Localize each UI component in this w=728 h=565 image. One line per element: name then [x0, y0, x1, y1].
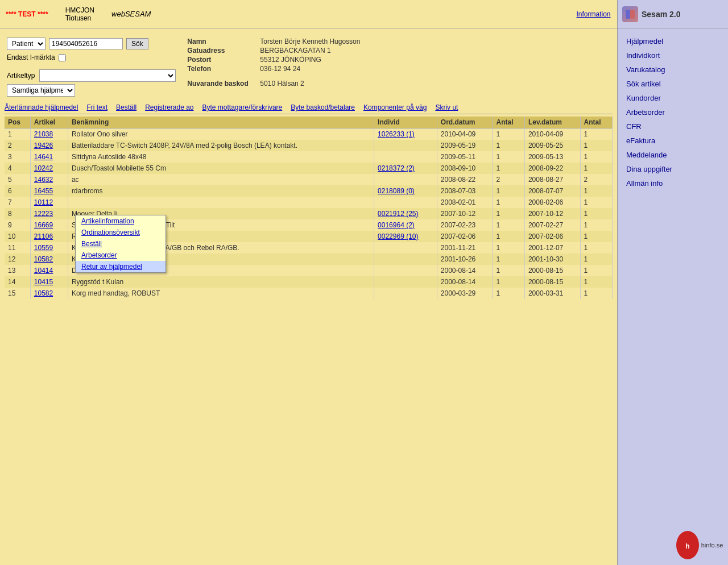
fri-text-link[interactable]: Fri text [86, 103, 107, 111]
bestall-link[interactable]: Beställ [116, 103, 136, 111]
table-cell[interactable]: 14641 [30, 151, 68, 163]
col-benamning: Benämning [68, 117, 374, 128]
table-cell: 2008-08-27 [524, 174, 580, 185]
artikel-link[interactable]: 10582 [34, 289, 53, 297]
table-cell: 2007-10-12 [437, 208, 493, 219]
table-cell: Korg med handtag, ROBUST [68, 288, 374, 299]
patient-select[interactable]: Patient [7, 38, 46, 50]
table-cell: 1 [580, 242, 612, 254]
header-row: Pos Artikel Benämning Individ Ord.datum … [5, 117, 613, 128]
artikel-link[interactable]: 10112 [34, 198, 53, 206]
ctx-ordinationsoversikt[interactable]: Ordinationsöversikt [76, 227, 166, 238]
postort-label: Postort [187, 56, 255, 64]
patient-row: Patient Sök [7, 38, 176, 50]
sidebar-item-individkort[interactable]: Individkort [618, 48, 728, 63]
sidebar-item-hjalpmedel[interactable]: Hjälpmedel [618, 34, 728, 48]
sidebar-item-sok-artikel[interactable]: Sök artikel [618, 77, 728, 91]
hjalpmedel-select[interactable]: Samtliga hjälpmedel [7, 84, 75, 97]
ctx-bestall[interactable]: Beställ [76, 238, 166, 250]
table-cell[interactable]: 10582 [30, 288, 68, 299]
ctx-arbetsorder[interactable]: Arbetsorder [76, 250, 166, 261]
patient-id-input[interactable] [49, 38, 123, 49]
table-cell[interactable]: 10559 [30, 242, 68, 254]
table-cell: 1 [493, 208, 524, 219]
sidebar-item-allman-info[interactable]: Allmän info [618, 176, 728, 190]
col-artikel: Artikel [30, 117, 68, 128]
table-cell[interactable]: 10582 [30, 254, 68, 265]
artikel-link[interactable]: 14641 [34, 153, 53, 161]
table-cell[interactable]: 10112 [30, 197, 68, 208]
table-cell: 2 [5, 140, 30, 151]
komponenter-link[interactable]: Komponenter på väg [363, 103, 427, 111]
table-cell[interactable]: 0022969 (10) [374, 231, 437, 242]
table-row: 616455rdarbroms0218089 (0)2008-07-031200… [5, 185, 613, 197]
table-cell: 1 [493, 185, 524, 197]
table-cell[interactable]: 12223 [30, 208, 68, 219]
artikel-link[interactable]: 10415 [34, 278, 53, 286]
hinfo-text: hinfo.se [701, 542, 723, 549]
table-cell: 2008-09-22 [524, 163, 580, 174]
artikel-link[interactable]: 10559 [34, 244, 53, 252]
table-cell: 13 [5, 265, 30, 276]
artikel-link[interactable]: 19426 [34, 142, 53, 149]
ctx-retur[interactable]: Retur av hjälpmedel [76, 261, 166, 272]
artikel-link[interactable]: 10582 [34, 255, 53, 263]
table-cell: 2000-08-14 [437, 276, 493, 288]
table-cell[interactable]: 0218089 (0) [374, 185, 437, 197]
table-cell: 2008-07-03 [437, 185, 493, 197]
table-cell: Dusch/Toastol Mobilette 55 Cm [68, 163, 374, 174]
sidebar-item-arbetsorder[interactable]: Arbetsorder [618, 105, 728, 119]
system-info: HMCJON Tiotusen [65, 6, 94, 22]
table-cell[interactable]: 10414 [30, 265, 68, 276]
table-cell[interactable]: 10242 [30, 163, 68, 174]
individ-link[interactable]: 1026233 (1) [378, 130, 415, 138]
table-cell[interactable]: 0021912 (25) [374, 208, 437, 219]
artikeltyp-row: Artikeltyp Samtliga hjälpmedel [7, 69, 176, 97]
artikeltyp-select[interactable] [39, 69, 176, 82]
artikel-link[interactable]: 21106 [34, 232, 53, 240]
ctx-artikelinformation[interactable]: Artikelinformation [76, 215, 166, 227]
artikel-link[interactable]: 14632 [34, 176, 53, 184]
individ-link[interactable]: 0218372 (2) [378, 164, 415, 172]
table-cell[interactable]: 21106 [30, 231, 68, 242]
individ-link[interactable]: 0016964 (2) [378, 221, 415, 229]
table-cell[interactable]: 19426 [30, 140, 68, 151]
artikel-link[interactable]: 10414 [34, 267, 53, 275]
individ-link[interactable]: 0021912 (25) [378, 210, 418, 218]
sidebar-item-meddelande[interactable]: Meddelande [618, 148, 728, 162]
col-antal1: Antal [493, 117, 524, 128]
artikel-link[interactable]: 12223 [34, 210, 53, 218]
individ-link[interactable]: 0022969 (10) [378, 232, 418, 240]
sidebar-item-varukatalog[interactable]: Varukatalog [618, 63, 728, 77]
sok-button[interactable]: Sök [126, 38, 148, 49]
registrerade-link[interactable]: Registrerade ao [145, 103, 193, 111]
table-cell[interactable]: 16669 [30, 219, 68, 231]
artikel-link[interactable]: 21038 [34, 130, 53, 138]
namn-value: Torsten Börje Kenneth Hugosson [260, 38, 610, 45]
table-cell[interactable]: 10415 [30, 276, 68, 288]
table-cell[interactable]: 1026233 (1) [374, 128, 437, 140]
table-cell[interactable]: 16455 [30, 185, 68, 197]
individ-link[interactable]: 0218089 (0) [378, 187, 415, 195]
table-cell[interactable]: 0016964 (2) [374, 219, 437, 231]
byte-baskod-link[interactable]: Byte baskod/betalare [291, 103, 355, 111]
sesam-header: Sesam 2.0 [618, 0, 728, 28]
sidebar-item-dina-uppgifter[interactable]: Dina uppgifter [618, 162, 728, 176]
aterlam-link[interactable]: Återlämnade hjälpmedel [5, 103, 78, 111]
sidebar-item-kundorder[interactable]: Kundorder [618, 91, 728, 105]
artikel-link[interactable]: 16669 [34, 221, 53, 229]
table-cell[interactable]: 21038 [30, 128, 68, 140]
table-cell[interactable]: 0218372 (2) [374, 163, 437, 174]
table-cell: 1 [580, 140, 612, 151]
sidebar-item-cfr[interactable]: CFR [618, 119, 728, 134]
sidebar-item-efaktura[interactable]: eFaktura [618, 134, 728, 148]
artikel-link[interactable]: 10242 [34, 164, 53, 172]
artikel-link[interactable]: 16455 [34, 187, 53, 195]
system2-label: Tiotusen [65, 14, 94, 22]
byte-mottagare-link[interactable]: Byte mottagare/förskrivare [202, 103, 283, 111]
endast-checkbox[interactable] [59, 54, 66, 61]
table-cell[interactable]: 14632 [30, 174, 68, 185]
table-cell: 1 [493, 163, 524, 174]
skriv-ut-nav-link[interactable]: Skriv ut [435, 103, 458, 111]
information-link[interactable]: Information [576, 10, 610, 18]
